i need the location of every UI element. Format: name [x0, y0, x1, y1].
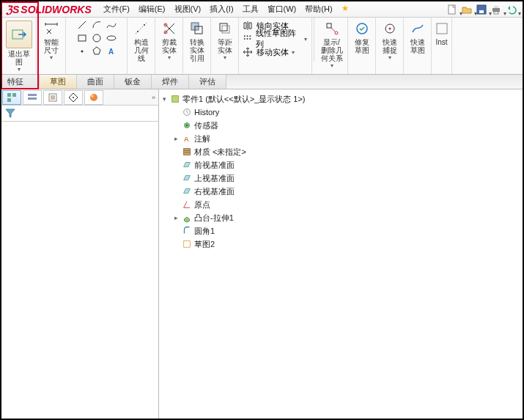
svg-point-40	[91, 95, 94, 97]
menu-window[interactable]: 窗口(W)	[267, 4, 297, 15]
history-icon	[181, 107, 193, 117]
print-icon[interactable]	[490, 4, 502, 15]
tab-surface[interactable]: 曲面	[77, 75, 114, 89]
move-row[interactable]: 移动实体▾	[242, 45, 295, 59]
quicksnap-label: 快速捕捉	[380, 38, 399, 54]
spline-icon[interactable]	[105, 19, 118, 31]
save-icon[interactable]	[476, 4, 487, 15]
tree-item[interactable]: 上视基准面	[159, 172, 523, 185]
open-icon[interactable]	[461, 4, 473, 15]
trim-icon[interactable]	[161, 21, 177, 37]
main-menu: 文件(F) 编辑(E) 视图(V) 插入(I) 工具 窗口(W) 帮助(H) ★	[96, 4, 349, 15]
rapid-sketch-icon[interactable]	[410, 21, 426, 37]
tree-item-label: 注解	[194, 133, 210, 144]
tree-item-label: 传感器	[194, 120, 218, 131]
move-icon	[242, 46, 254, 58]
undo-icon[interactable]	[505, 4, 517, 15]
arc-icon[interactable]	[90, 19, 103, 31]
extrude-icon	[181, 213, 193, 223]
menu-tools[interactable]: 工具	[243, 4, 259, 15]
tree-item[interactable]: 材质 <未指定>	[159, 145, 523, 158]
svg-rect-34	[28, 94, 37, 96]
tree-item[interactable]: ▸凸台-拉伸1	[159, 211, 523, 224]
tab-sheetmetal[interactable]: 钣金	[114, 75, 152, 89]
relations-label: 显示/删除几何关系	[320, 38, 343, 62]
collapse-icon[interactable]: ▾	[160, 95, 168, 103]
svg-rect-31	[7, 93, 11, 97]
sensor-icon	[181, 120, 193, 130]
feature-tree: ▾ 零件1 (默认<<默认>_显示状态 1>) History传感器▸A注解材质…	[159, 89, 523, 419]
feature-manager-pane: »	[1, 89, 159, 419]
menu-edit[interactable]: 编辑(E)	[139, 4, 166, 15]
pane-expand-icon[interactable]: »	[152, 94, 158, 101]
tree-item[interactable]: 右视基准面	[159, 185, 523, 198]
pattern-row[interactable]: 线性草图阵列▾	[242, 32, 307, 45]
menu-help[interactable]: 帮助(H)	[305, 4, 332, 15]
construction-geom-label: 构造几何线	[132, 38, 150, 62]
relations-icon[interactable]	[324, 21, 340, 37]
new-icon[interactable]	[446, 4, 458, 15]
menu-file[interactable]: 文件(F)	[103, 4, 130, 15]
tree-item-label: 草图2	[194, 239, 215, 250]
move-label: 移动实体	[257, 47, 289, 58]
menu-view[interactable]: 视图(V)	[174, 4, 202, 15]
svg-point-10	[81, 51, 83, 53]
quicksnap-icon[interactable]	[382, 21, 398, 37]
text-icon[interactable]: A	[105, 45, 118, 57]
svg-rect-47	[184, 241, 191, 248]
expand-icon[interactable]: ▸	[172, 214, 180, 221]
construction-geom-icon[interactable]	[133, 21, 150, 37]
fm-tab-config-icon[interactable]	[43, 90, 62, 105]
svg-point-22	[244, 38, 246, 40]
tree-item-label: 上视基准面	[194, 173, 235, 184]
tree-item-label: 凸台-拉伸1	[194, 213, 234, 224]
svg-point-8	[93, 34, 100, 42]
svg-point-9	[107, 36, 116, 40]
sketch-icon	[181, 239, 193, 249]
rectangle-icon[interactable]	[75, 32, 89, 44]
offset-icon[interactable]	[217, 21, 233, 37]
svg-point-39	[90, 94, 97, 101]
circle-icon[interactable]	[90, 32, 103, 44]
fm-tab-tree-icon[interactable]	[2, 90, 21, 105]
feature-tabs: 特征 草图 曲面 钣金 焊件 评估	[1, 75, 523, 89]
convert-label: 转换实体引用	[188, 38, 206, 62]
tree-item[interactable]: 传感器	[159, 119, 523, 132]
svg-point-44	[186, 125, 188, 127]
tab-evaluate[interactable]: 评估	[189, 75, 226, 89]
trim-label: 剪裁实体	[160, 38, 178, 54]
svg-rect-2	[479, 10, 484, 13]
instant-icon[interactable]	[435, 21, 449, 37]
ellipse-icon[interactable]	[105, 32, 118, 44]
svg-rect-33	[7, 98, 11, 102]
svg-point-12	[144, 24, 145, 26]
tree-root[interactable]: ▾ 零件1 (默认<<默认>_显示状态 1>)	[159, 92, 523, 106]
svg-point-20	[247, 35, 248, 37]
line-icon[interactable]	[75, 19, 89, 31]
filter-icon[interactable]	[4, 107, 16, 120]
tab-weldment[interactable]: 焊件	[152, 75, 189, 89]
repair-icon[interactable]	[354, 21, 370, 37]
tree-item[interactable]: 圆角1	[159, 224, 523, 237]
polygon-icon[interactable]	[90, 45, 103, 57]
tab-sketch[interactable]: 草图	[40, 75, 77, 89]
menu-insert[interactable]: 插入(I)	[210, 4, 233, 15]
tree-item[interactable]: 原点	[159, 198, 523, 211]
fm-tab-dim-icon[interactable]	[64, 90, 83, 105]
smart-dimension-icon[interactable]	[43, 21, 59, 37]
convert-icon[interactable]	[189, 21, 205, 37]
svg-point-24	[249, 38, 251, 40]
annot-icon: A	[181, 133, 193, 144]
svg-rect-7	[78, 35, 86, 41]
tree-item[interactable]: History	[159, 106, 523, 119]
menu-star-icon[interactable]: ★	[342, 4, 349, 15]
point-icon[interactable]	[75, 45, 89, 57]
tree-item[interactable]: 草图2	[159, 237, 523, 251]
tree-item[interactable]: ▸A注解	[159, 132, 523, 145]
tree-item[interactable]: 前视基准面	[159, 158, 523, 172]
fm-tab-appearance-icon[interactable]	[84, 90, 103, 105]
feature-manager-tabs: »	[1, 89, 158, 106]
expand-icon[interactable]: ▸	[172, 135, 180, 142]
svg-rect-30	[437, 23, 447, 34]
fm-tab-property-icon[interactable]	[23, 90, 42, 105]
